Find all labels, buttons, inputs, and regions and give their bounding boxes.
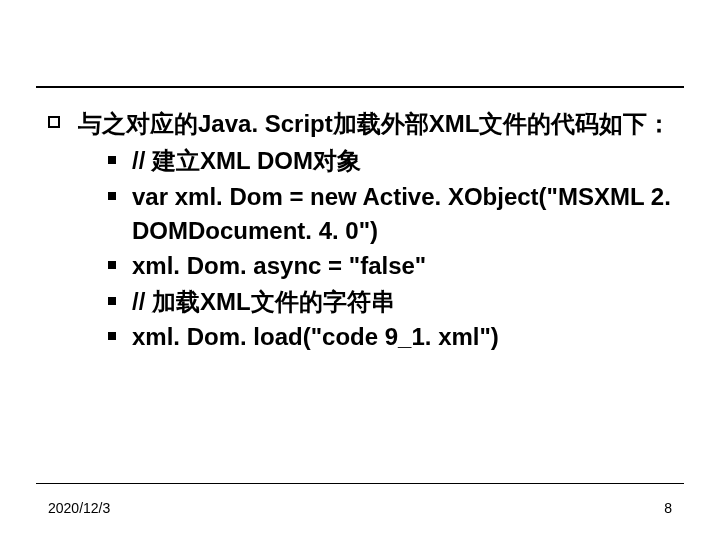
slide: 与之对应的Java. Script加载外部XML文件的代码如下： // 建立XM… bbox=[0, 0, 720, 540]
square-bullet-icon bbox=[108, 261, 116, 269]
rule-top bbox=[36, 86, 684, 88]
list-item: 与之对应的Java. Script加载外部XML文件的代码如下： // 建立XM… bbox=[48, 108, 680, 356]
code-line: xml. Dom. async = "false" bbox=[132, 249, 426, 283]
list-item: // 建立XML DOM对象 bbox=[108, 144, 680, 178]
list-item: // 加载XML文件的字符串 bbox=[108, 285, 680, 319]
square-bullet-icon bbox=[108, 332, 116, 340]
code-line: xml. Dom. load("code 9_1. xml") bbox=[132, 320, 499, 354]
content-block: 与之对应的Java. Script加载外部XML文件的代码如下： // 建立XM… bbox=[48, 108, 680, 356]
list-item: xml. Dom. async = "false" bbox=[108, 249, 680, 283]
footer: 2020/12/3 8 bbox=[48, 500, 672, 516]
footer-date: 2020/12/3 bbox=[48, 500, 110, 516]
code-line: // 加载XML文件的字符串 bbox=[132, 285, 395, 319]
code-line: var xml. Dom = new Active. XObject("MSXM… bbox=[132, 180, 680, 247]
square-bullet-icon bbox=[48, 116, 60, 128]
intro-text: 与之对应的Java. Script加载外部XML文件的代码如下： bbox=[78, 108, 680, 140]
code-list: // 建立XML DOM对象 var xml. Dom = new Active… bbox=[78, 144, 680, 354]
page-number: 8 bbox=[664, 500, 672, 516]
square-bullet-icon bbox=[108, 156, 116, 164]
list-item: var xml. Dom = new Active. XObject("MSXM… bbox=[108, 180, 680, 247]
rule-bottom bbox=[36, 483, 684, 484]
square-bullet-icon bbox=[108, 297, 116, 305]
list-item: xml. Dom. load("code 9_1. xml") bbox=[108, 320, 680, 354]
square-bullet-icon bbox=[108, 192, 116, 200]
code-line: // 建立XML DOM对象 bbox=[132, 144, 361, 178]
